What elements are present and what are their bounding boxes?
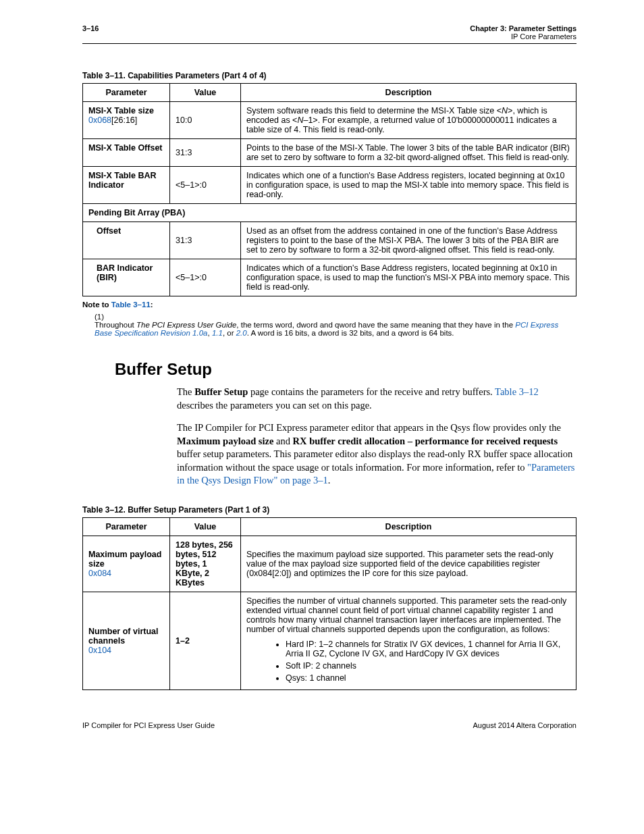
table-note: (1) Throughout The PCI Express User Guid… <box>95 313 576 337</box>
param-register-link[interactable]: 0x068 <box>88 115 111 125</box>
table-note-header: Note to Table 3–11: <box>82 301 576 309</box>
value-cell: 1–2 <box>170 592 241 689</box>
table-row: Number of virtual channels 0x104 1–2 Spe… <box>83 592 576 689</box>
th-parameter: Parameter <box>83 517 170 536</box>
param-text: MSI-X Table size <box>88 106 154 115</box>
chapter-subtitle: IP Core Parameters <box>470 32 576 41</box>
desc-cell: System software reads this field to dete… <box>241 102 576 139</box>
page-header: 3–16 Chapter 3: Parameter Settings IP Co… <box>82 24 576 41</box>
note-link[interactable]: Table 3–11 <box>111 301 151 309</box>
param-text: Maximum payload size <box>88 550 161 569</box>
param-text: Number of virtual channels <box>88 627 159 646</box>
value-cell: 31:3 <box>170 222 241 259</box>
param-cell: Offset <box>83 222 170 259</box>
value-cell: 10:0 <box>170 102 241 139</box>
table-312-caption: Table 3–12. Buffer Setup Parameters (Par… <box>82 505 576 515</box>
note-label: Note to <box>82 301 111 309</box>
th-parameter: Parameter <box>83 84 170 102</box>
header-rule <box>82 43 576 44</box>
list-item: Soft IP: 2 channels <box>286 661 570 671</box>
param-register-bits: [26:16] <box>111 115 137 125</box>
note-spec-link[interactable]: 2.0 <box>236 329 247 337</box>
table-row: BAR Indicator (BIR) <5–1>:0 Indicates wh… <box>83 259 576 296</box>
para-text: buffer setup parameters. This parameter … <box>177 448 572 473</box>
table-312: Parameter Value Description Maximum payl… <box>82 517 576 690</box>
note-guide-title: The PCI Express User Guide <box>136 321 236 329</box>
para-bold: RX buffer credit allocation – performanc… <box>293 436 558 446</box>
para-text: and <box>273 436 292 446</box>
param-cell: Number of virtual channels 0x104 <box>83 592 170 689</box>
note-spec-link[interactable]: 1.1 <box>212 329 223 337</box>
th-value: Value <box>170 517 241 536</box>
note-colon: : <box>151 301 153 309</box>
param-cell: MSI-X Table Offset <box>83 139 170 167</box>
note-text: . A word is 16 bits, a dword is 32 bits,… <box>247 329 454 337</box>
param-cell: MSI-X Table BAR Indicator <box>83 167 170 204</box>
footer-right: August 2014 Altera Corporation <box>473 721 577 729</box>
table-row: Offset 31:3 Used as an offset from the a… <box>83 222 576 259</box>
th-description: Description <box>241 517 576 536</box>
param-register-link[interactable]: 0x084 <box>88 569 111 578</box>
desc-cell: Used as an offset from the address conta… <box>241 222 576 259</box>
desc-text: System software reads this field to dete… <box>246 106 502 115</box>
desc-cell: Indicates which one of a function's Base… <box>241 167 576 204</box>
param-cell: MSI-X Table size 0x068[26:16] <box>83 102 170 139</box>
para-text: The IP Compiler for PCI Express paramete… <box>177 422 561 433</box>
value-cell: <5–1>:0 <box>170 167 241 204</box>
table-row: MSI-X Table BAR Indicator <5–1>:0 Indica… <box>83 167 576 204</box>
desc-cell: Specifies the maximum payload size suppo… <box>241 536 576 592</box>
table-row: MSI-X Table size 0x068[26:16] 10:0 Syste… <box>83 102 576 139</box>
value-cell: 31:3 <box>170 139 241 167</box>
section-heading-buffer-setup: Buffer Setup <box>115 360 576 379</box>
note-body: Throughout The PCI Express User Guide, t… <box>95 321 560 337</box>
page-number: 3–16 <box>82 24 99 32</box>
note-number: (1) <box>95 313 109 321</box>
desc-text: Specifies the number of virtual channels… <box>246 596 566 634</box>
desc-cell: Specifies the number of virtual channels… <box>241 592 576 689</box>
table-311: Parameter Value Description MSI-X Table … <box>82 83 576 296</box>
list-item: Hard IP: 1–2 channels for Stratix IV GX … <box>286 640 570 658</box>
para-text: . <box>328 475 331 486</box>
chapter-title: Chapter 3: Parameter Settings <box>470 24 576 32</box>
para-bold: Maximum payload size <box>177 436 273 446</box>
table-311-caption: Table 3–11. Capabilities Parameters (Par… <box>82 71 576 80</box>
note-text: Throughout <box>95 321 136 329</box>
para-text: describes the parameters you can set on … <box>177 400 372 411</box>
para-text: The <box>177 386 194 397</box>
para-bold: Buffer Setup <box>194 386 250 397</box>
th-description: Description <box>241 84 576 102</box>
footer-left: IP Compiler for PCI Express User Guide <box>82 721 215 729</box>
desc-list: Hard IP: 1–2 channels for Stratix IV GX … <box>259 640 570 683</box>
note-text: , or <box>223 329 236 337</box>
value-cell: 128 bytes, 256 bytes, 512 bytes, 1 KByte… <box>170 536 241 592</box>
param-register-link[interactable]: 0x104 <box>88 646 111 655</box>
th-value: Value <box>170 84 241 102</box>
table-ref-link[interactable]: Table 3–12 <box>495 386 539 397</box>
desc-var: N <box>502 106 508 115</box>
note-text: , the terms word, dword and qword have t… <box>236 321 515 329</box>
desc-cell: Points to the base of the MSI-X Table. T… <box>241 139 576 167</box>
param-cell: Maximum payload size 0x084 <box>83 536 170 592</box>
list-item: Qsys: 1 channel <box>286 673 570 683</box>
chapter-title-block: Chapter 3: Parameter Settings IP Core Pa… <box>470 24 576 41</box>
table-section-row: Pending Bit Array (PBA) <box>83 204 576 222</box>
section-header-cell: Pending Bit Array (PBA) <box>83 204 576 222</box>
para-text: page contains the parameters for the rec… <box>250 386 495 397</box>
table-row: MSI-X Table Offset 31:3 Points to the ba… <box>83 139 576 167</box>
page-footer: IP Compiler for PCI Express User Guide A… <box>82 721 576 729</box>
table-row: Maximum payload size 0x084 128 bytes, 25… <box>83 536 576 592</box>
desc-cell: Indicates which of a function's Base Add… <box>241 259 576 296</box>
value-cell: <5–1>:0 <box>170 259 241 296</box>
body-paragraph: The Buffer Setup page contains the param… <box>177 386 576 412</box>
body-paragraph: The IP Compiler for PCI Express paramete… <box>177 421 576 488</box>
param-cell: BAR Indicator (BIR) <box>83 259 170 296</box>
